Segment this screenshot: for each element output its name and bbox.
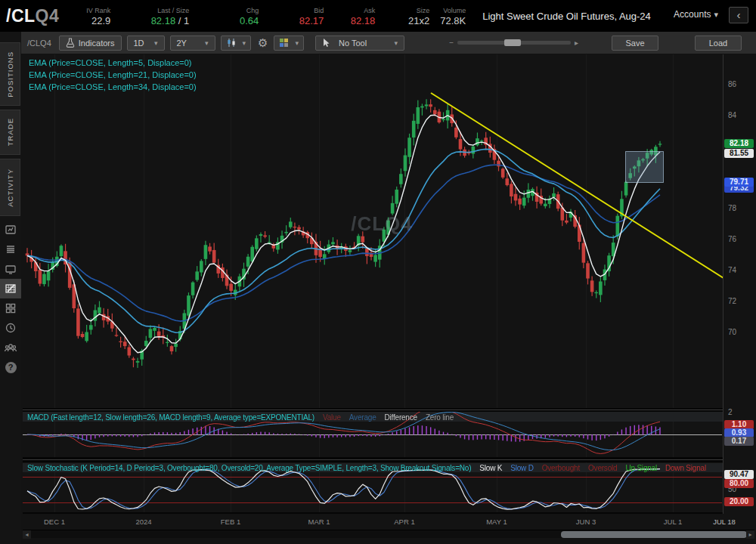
macd-study-label: MACD (Fast length=12, Slow length=26, MA… xyxy=(27,413,314,422)
instrument-description: Light Sweet Crude Oil Futures, Aug-24 xyxy=(482,11,651,22)
legend-item: Zero line xyxy=(426,413,454,422)
date-label: 2024 xyxy=(135,518,151,526)
slider-track[interactable] xyxy=(457,41,571,45)
price-tick-label: 84 xyxy=(728,111,736,119)
monitor-icon[interactable] xyxy=(0,259,21,279)
list-icon[interactable] xyxy=(0,240,21,259)
chevron-down-icon: ▾ xyxy=(154,39,158,47)
chart-pencil-icon[interactable] xyxy=(0,279,21,298)
symbol-title: /CLQ4 xyxy=(6,6,59,26)
stochastic-label-row: Slow Stochastic (K Period=14, D Period=3… xyxy=(27,463,738,473)
ema34-label: EMA (Price=CLOSE, Length=34, Displace=0) xyxy=(29,81,197,93)
date-label: MAY 1 xyxy=(486,518,507,526)
accounts-menu[interactable]: Accounts▾ xyxy=(674,9,718,20)
legend-item: Up Signal xyxy=(625,464,657,472)
ema21-label: EMA (Price=CLOSE, Length=21, Displace=0) xyxy=(29,69,197,81)
axis-value-badge: 79.71 xyxy=(724,178,754,187)
field-last-size: Last / Size 82.18 / 1 xyxy=(113,6,192,26)
axis-value-badge: 90.47 xyxy=(724,470,754,479)
symbol-root: /CL xyxy=(6,6,36,26)
axis-value-badge: 82.18 xyxy=(724,139,754,148)
chart-tab-symbol: /CLQ4 xyxy=(27,39,51,48)
horizontal-scrollbar: ◂ ▸ xyxy=(23,530,754,538)
sidebar-tab-activity[interactable]: ACTIVITY xyxy=(0,159,20,216)
trading-platform-window: /CLQ4 IV Rank 22.9 Last / Size 82.18 / 1… xyxy=(0,0,756,544)
layout-grid-icon xyxy=(279,38,289,48)
collapse-panel-button[interactable]: ‹ xyxy=(729,7,748,23)
price-tick-label: 70 xyxy=(728,328,736,336)
date-label: DEC 1 xyxy=(44,518,65,526)
legend-item: Oversold xyxy=(588,464,617,472)
legend-item: Difference xyxy=(385,413,417,422)
date-label: FEB 1 xyxy=(221,518,240,526)
axis-value-badge: 80.00 xyxy=(724,479,754,488)
date-label: JUL 18 xyxy=(713,518,736,526)
date-label: APR 1 xyxy=(394,518,414,526)
chevron-down-icon: ▾ xyxy=(295,39,299,47)
sidebar-tab-trade[interactable]: TRADE xyxy=(0,110,20,155)
date-label: MAR 1 xyxy=(308,518,330,526)
legend-item: Slow K xyxy=(479,464,502,472)
grid-icon[interactable] xyxy=(0,298,21,318)
drawing-tool-dropdown[interactable]: No Tool ▾ xyxy=(315,36,404,51)
price-axis[interactable]: 8684787674727025079.3279.7182.1881.551.1… xyxy=(723,54,756,514)
help-icon[interactable]: ? xyxy=(0,357,21,377)
time-zoom-slider: − ▸ xyxy=(445,39,582,47)
candlestick-icon xyxy=(226,38,237,48)
chevron-down-icon: ▾ xyxy=(243,39,246,47)
chevron-down-icon: ▾ xyxy=(714,10,718,19)
price-chart-canvas[interactable] xyxy=(23,54,723,514)
symbol-suffix: Q4 xyxy=(36,6,60,26)
macd-label-row: MACD (Fast length=12, Slow length=26, MA… xyxy=(27,413,738,422)
chart-panel: EMA (Price=CLOSE, Length=5, Displace=0) … xyxy=(21,54,756,544)
sidebar-tab-positions[interactable]: POSITIONS xyxy=(0,42,20,106)
price-tick-label: 72 xyxy=(728,297,736,305)
scroll-left-arrow[interactable]: ◂ xyxy=(23,530,31,539)
layout-grid-dropdown[interactable]: ▾ xyxy=(274,36,304,51)
question-mark-icon: ? xyxy=(5,362,17,373)
range-dropdown[interactable]: 2Y▾ xyxy=(170,36,215,51)
ema5-label: EMA (Price=CLOSE, Length=5, Displace=0) xyxy=(29,57,197,69)
quote-box-icon[interactable] xyxy=(0,220,21,240)
indicators-button[interactable]: Indicators xyxy=(59,36,122,51)
field-size: Size 21x2 xyxy=(378,6,432,26)
legend-item: Slow D xyxy=(510,464,533,472)
price-tick-label: 76 xyxy=(728,235,736,243)
stochastic-study-label: Slow Stochastic (K Period=14, D Period=3… xyxy=(27,464,471,472)
chart-toolbar: /CLQ4 Indicators 1D▾ 2Y▾ ▾ ⚙ ▾ No Tool ▾… xyxy=(21,32,756,54)
legend-item: Average xyxy=(349,413,376,422)
field-ask: Ask 82.18 xyxy=(327,6,378,26)
price-tick-label: 86 xyxy=(728,80,736,88)
field-iv-rank: IV Rank 22.9 xyxy=(70,6,113,26)
gear-icon[interactable]: ⚙ xyxy=(258,36,268,50)
date-label: JUN 3 xyxy=(576,518,596,526)
chevron-down-icon: ▾ xyxy=(205,39,209,47)
left-sidebar: POSITIONS TRADE ACTIVITY ? xyxy=(0,32,21,544)
date-label: JUL 1 xyxy=(664,518,682,526)
quote-header: /CLQ4 IV Rank 22.9 Last / Size 82.18 / 1… xyxy=(0,0,756,32)
axis-value-badge: 20.00 xyxy=(724,497,754,506)
field-volume: Volume 72.8K xyxy=(432,6,469,26)
timeframe-dropdown[interactable]: 1D▾ xyxy=(127,36,165,51)
field-change: Chg 0.64 xyxy=(192,6,262,26)
load-button[interactable]: Load xyxy=(695,36,742,51)
chart-style-dropdown[interactable]: ▾ xyxy=(221,36,252,51)
scrollbar-thumb[interactable] xyxy=(561,531,747,538)
study-labels: EMA (Price=CLOSE, Length=5, Displace=0) … xyxy=(29,57,197,93)
legend-item: Value xyxy=(323,413,341,422)
field-bid: Bid 82.17 xyxy=(262,6,327,26)
scroll-right-arrow[interactable]: ▸ xyxy=(746,530,754,539)
save-button[interactable]: Save xyxy=(612,36,658,51)
history-clock-icon[interactable] xyxy=(0,318,21,338)
minus-icon[interactable]: − xyxy=(449,39,454,47)
chevron-left-icon: ‹ xyxy=(737,8,741,21)
community-icon[interactable] xyxy=(0,338,21,357)
axis-value-badge: 81.55 xyxy=(724,149,754,158)
slider-thumb[interactable] xyxy=(504,39,521,46)
price-tick-label: 74 xyxy=(728,266,736,274)
legend-item: Overbought xyxy=(542,464,580,472)
legend-item: Down Signal xyxy=(665,464,706,472)
axis-value-badge: 0.17 xyxy=(724,437,754,446)
caret-right-icon[interactable]: ▸ xyxy=(575,39,578,47)
time-axis[interactable]: DEC 12024FEB 1MAR 1APR 1MAY 1JUN 3JUL 1J… xyxy=(21,514,756,529)
